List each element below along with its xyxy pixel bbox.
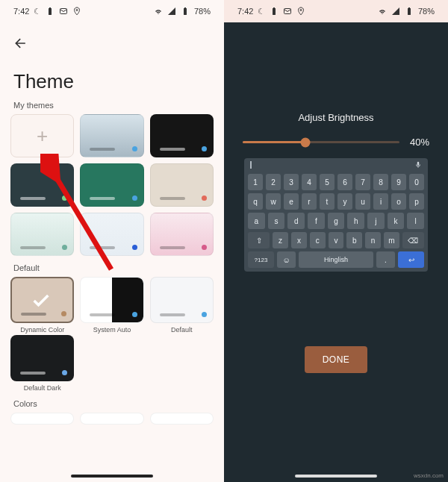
key[interactable]: l	[407, 213, 424, 229]
key[interactable]: y	[337, 193, 352, 210]
key[interactable]: v	[329, 232, 344, 248]
battery-percentage: 78%	[418, 7, 435, 16]
key[interactable]: 2	[266, 174, 281, 190]
period-key[interactable]: .	[376, 251, 395, 268]
key[interactable]: o	[391, 193, 406, 210]
theme-default-dark[interactable]	[10, 335, 74, 381]
moon-icon: ☾	[34, 7, 41, 16]
key[interactable]: 1	[248, 174, 263, 190]
key[interactable]: 7	[355, 174, 370, 190]
key[interactable]: 6	[337, 174, 352, 190]
enter-key[interactable]: ↩	[398, 251, 424, 268]
spacebar[interactable]: Hinglish	[299, 251, 373, 268]
color-swatch[interactable]	[10, 413, 74, 425]
theme-label: Default Dark	[10, 384, 74, 392]
key[interactable]: 3	[284, 174, 299, 190]
key[interactable]: x	[291, 232, 307, 248]
status-time: 7:42	[237, 7, 253, 16]
key[interactable]: j	[367, 213, 385, 229]
symbols-key[interactable]: ?123	[248, 251, 274, 268]
key[interactable]: f	[308, 213, 325, 229]
theme-settings-screen: 7:42 ☾ 78% Theme My themes + Default	[0, 0, 224, 482]
battery-percentage: 78%	[194, 7, 211, 16]
theme-card[interactable]	[150, 213, 214, 256]
theme-label: System Auto	[80, 326, 143, 334]
brightness-panel: Adjust Brightness 40% 1234567890qwertyui…	[224, 22, 448, 482]
key[interactable]: h	[347, 213, 364, 229]
add-theme-button[interactable]: +	[10, 114, 74, 157]
page-title: Theme	[13, 70, 224, 93]
signal-icon	[391, 7, 400, 16]
theme-system-auto[interactable]	[80, 277, 143, 323]
key[interactable]: u	[355, 193, 370, 210]
key[interactable]: m	[384, 232, 399, 248]
battery-saver-icon	[270, 7, 279, 16]
key[interactable]: g	[328, 213, 345, 229]
default-themes-grid: Dynamic Color System Auto Default	[0, 277, 224, 334]
key[interactable]: q	[248, 193, 263, 210]
theme-card[interactable]	[150, 163, 214, 207]
slider-thumb[interactable]	[300, 137, 310, 147]
plus-icon: +	[37, 126, 48, 145]
key[interactable]: a	[248, 213, 265, 229]
theme-card[interactable]	[80, 114, 143, 157]
key[interactable]: r	[302, 193, 317, 210]
backspace-key[interactable]: ⌫	[402, 232, 424, 248]
back-button[interactable]	[13, 36, 224, 54]
moon-icon: ☾	[258, 7, 265, 16]
done-button[interactable]: DONE	[305, 346, 368, 373]
theme-card[interactable]	[150, 114, 214, 157]
shift-key[interactable]: ⇧	[248, 232, 270, 248]
theme-card[interactable]	[10, 163, 74, 207]
wifi-icon	[378, 7, 387, 16]
status-bar: 7:42 ☾ 78%	[0, 0, 224, 22]
battery-icon	[405, 7, 414, 16]
section-my-themes: My themes	[13, 101, 224, 110]
brightness-slider[interactable]	[243, 141, 399, 143]
status-time: 7:42	[13, 7, 29, 16]
key[interactable]: p	[409, 193, 424, 210]
theme-card[interactable]	[10, 213, 74, 256]
key[interactable]: 9	[391, 174, 406, 190]
mail-icon	[283, 7, 292, 16]
key[interactable]: i	[373, 193, 388, 210]
brightness-value: 40%	[410, 137, 429, 148]
battery-saver-icon	[46, 7, 55, 16]
key[interactable]: t	[320, 193, 335, 210]
status-bar: 7:42 ☾ 78%	[224, 0, 448, 22]
text-cursor-icon	[250, 161, 252, 169]
key[interactable]: w	[266, 193, 281, 210]
theme-card[interactable]	[80, 213, 143, 256]
my-themes-grid: +	[0, 114, 224, 256]
key[interactable]: e	[284, 193, 299, 210]
theme-dynamic-color[interactable]	[10, 277, 74, 323]
emoji-key[interactable]: ☺	[277, 251, 296, 268]
check-icon	[28, 290, 54, 311]
key[interactable]: c	[310, 232, 326, 248]
key[interactable]: b	[346, 232, 362, 248]
default-themes-grid-2: Default Dark	[0, 335, 224, 392]
key[interactable]: 4	[302, 174, 317, 190]
key[interactable]: d	[287, 213, 305, 229]
theme-default[interactable]	[150, 277, 214, 323]
section-colors: Colors	[13, 399, 224, 408]
android-nav-handle[interactable]	[295, 475, 377, 478]
key[interactable]: 0	[409, 174, 424, 190]
brightness-screen: 7:42 ☾ 78% Adjust Brightness 40%	[224, 0, 448, 482]
mail-icon	[59, 7, 68, 16]
location-icon	[296, 7, 305, 16]
colors-grid	[0, 413, 224, 425]
brightness-label: Adjust Brightness	[298, 112, 373, 123]
key[interactable]: n	[365, 232, 381, 248]
key[interactable]: s	[268, 213, 285, 229]
color-swatch[interactable]	[80, 413, 143, 425]
key[interactable]: 5	[320, 174, 335, 190]
key[interactable]: 8	[373, 174, 388, 190]
theme-card[interactable]	[80, 163, 143, 207]
color-swatch[interactable]	[150, 413, 214, 425]
key[interactable]: k	[388, 213, 405, 229]
android-nav-handle[interactable]	[71, 475, 153, 478]
section-default: Default	[13, 263, 224, 272]
key[interactable]: z	[273, 232, 288, 248]
svg-point-1	[76, 10, 78, 11]
